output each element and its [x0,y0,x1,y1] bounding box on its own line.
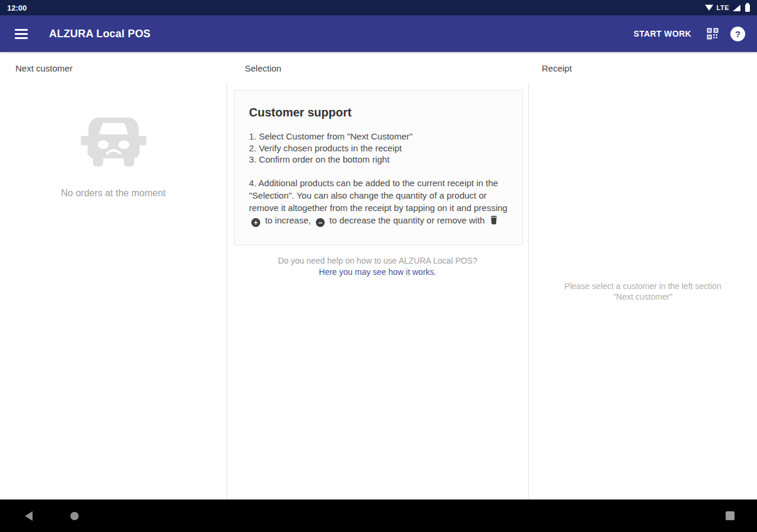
network-type-label: LTE [717,4,729,11]
support-step-2: 2. Verify chosen products in the receipt [249,142,508,154]
status-icons: LTE [705,4,750,12]
support-step-1: 1. Select Customer from "Next Customer" [249,131,508,142]
customer-support-card: Customer support 1. Select Customer from… [234,90,523,245]
app-bar-actions: START WORK [630,24,748,43]
home-icon [70,512,79,520]
status-bar: 12:00 LTE [0,0,757,15]
receipt-empty-line2: "Next customer" [564,291,721,302]
menu-button[interactable] [9,22,33,46]
step4-intro: 4. Additional products can be added to t… [249,178,507,213]
delete-icon [490,216,497,225]
qr-scan-button[interactable] [704,25,721,42]
sad-car-icon [79,116,148,170]
step4-after-plus: to increase, [265,215,311,225]
battery-icon [745,4,750,12]
receipt-empty-state: Please select a customer in the left sec… [564,281,721,302]
cellular-signal-icon [733,5,740,11]
app-title: ALZURA Local POS [49,28,151,40]
wifi-icon [705,5,713,11]
receipt-header: Receipt [530,52,757,83]
android-nav-bar [0,499,757,532]
home-button[interactable] [67,508,82,524]
content-area: No orders at the moment Customer support… [0,83,757,499]
start-work-button[interactable]: START WORK [630,24,695,43]
back-icon [25,511,33,521]
selection-panel: Customer support 1. Select Customer from… [227,83,529,499]
next-customer-panel: No orders at the moment [0,83,227,499]
back-button[interactable] [21,508,36,524]
help-block: Do you need help on how to use ALZURA Lo… [227,255,528,278]
no-orders-empty-state: No orders at the moment [61,116,166,199]
screen: 12:00 LTE ALZURA Local POS START WORK [0,0,757,532]
qr-code-icon [707,28,719,40]
recents-icon [726,511,735,520]
next-customer-header: Next customer [0,52,228,83]
add-circle-icon [251,218,260,227]
receipt-empty-line1: Please select a customer in the left sec… [564,281,721,291]
help-link[interactable]: Here you may see how it works. [319,267,436,278]
status-time: 12:00 [7,4,27,12]
receipt-panel: Please select a customer in the left sec… [529,83,757,499]
column-headers: Next customer Selection Receipt [0,52,757,83]
help-question: Do you need help on how to use ALZURA Lo… [227,255,528,267]
help-button[interactable] [730,27,745,41]
support-step-4: 4. Additional products can be added to t… [249,177,508,228]
recents-button[interactable] [722,508,738,524]
remove-circle-icon [316,218,325,227]
hamburger-icon [15,29,28,31]
selection-header: Selection [228,52,530,83]
support-step-3: 3. Confirm order on the bottom right [249,154,508,166]
app-bar: ALZURA Local POS START WORK [0,15,757,52]
step4-after-minus: to decrease the quantity or remove with [329,215,485,225]
card-title: Customer support [249,106,508,119]
no-orders-text: No orders at the moment [61,188,166,199]
